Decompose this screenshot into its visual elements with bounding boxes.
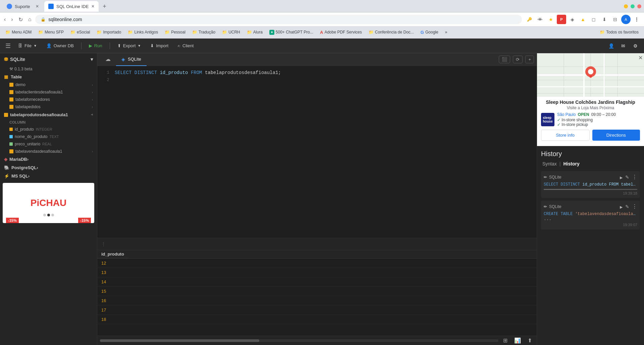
- sidebar-table-fornecedores[interactable]: tabelafornecedores ›: [0, 96, 97, 103]
- bookmark-alura[interactable]: 📁 Alura: [244, 28, 265, 36]
- history-tab[interactable]: History: [562, 160, 581, 167]
- back-button[interactable]: ‹: [3, 15, 7, 24]
- forward-button[interactable]: ›: [10, 15, 14, 24]
- maximize-button[interactable]: [631, 4, 635, 8]
- export-results-button[interactable]: ⬆: [526, 337, 534, 344]
- mariadb-label: MariaDB: [9, 157, 27, 162]
- owner-db-button[interactable]: 👤 Owner DB: [43, 41, 77, 50]
- more-button-1[interactable]: [632, 174, 637, 180]
- city-open: São Paulo OPEN 09:00 – 20:00: [557, 112, 640, 117]
- tab-sqlite[interactable]: ◈ SQLite: [116, 53, 147, 66]
- sql-editor[interactable]: 1 SELECT DISTINCT id_produto FROM tabela…: [97, 66, 537, 238]
- extension-icon-1[interactable]: 🔑: [525, 15, 534, 24]
- extension-icon-4[interactable]: ◈: [568, 15, 577, 24]
- close-button[interactable]: [637, 4, 641, 8]
- settings-icon[interactable]: ⚙: [631, 41, 640, 51]
- sidebar-table-produtos[interactable]: tabelaprodutosdesafioaula1 ▾: [0, 111, 97, 119]
- bookmark-importado[interactable]: 📁 Importado: [94, 28, 124, 36]
- new-tab-button[interactable]: +: [100, 3, 109, 10]
- run-button[interactable]: ▶ Run: [86, 41, 106, 50]
- edit-button-1[interactable]: [625, 174, 629, 180]
- bookmark-links-antigos[interactable]: 📁 Links Antigos: [125, 28, 161, 36]
- mail-icon[interactable]: ✉: [619, 41, 628, 51]
- chart-button[interactable]: 📊: [512, 337, 523, 344]
- store-info-button[interactable]: Store info: [541, 130, 590, 141]
- sidebar-table-clientes[interactable]: tabelaclientesdesafioaula1 ›: [0, 88, 97, 96]
- more-button-2[interactable]: [632, 203, 637, 210]
- bookmark-chatgpt[interactable]: ✦ 500+ ChatGPT Pro...: [267, 28, 316, 36]
- reload-button[interactable]: ↻: [17, 15, 24, 24]
- extension-icon-2[interactable]: 👁: [535, 15, 545, 24]
- bookmark-star[interactable]: ★: [546, 15, 555, 24]
- ad-close-button[interactable]: ✕: [638, 55, 643, 61]
- sidebar-table-vendas[interactable]: tabelavendasdesafioaula1 ›: [0, 148, 97, 155]
- file-button[interactable]: 🗄 File ▼: [15, 41, 40, 50]
- mariadb-header[interactable]: ◈ MariaDB ›: [0, 155, 97, 163]
- sidebar-col-preco[interactable]: preco_unitario REAL: [0, 140, 97, 148]
- bookmark-google[interactable]: G Google: [418, 28, 441, 36]
- extension-google-drive[interactable]: ▲: [578, 15, 588, 24]
- sqlite-header[interactable]: ⛃ SQLite ▾: [0, 53, 97, 65]
- export-button[interactable]: ⬆ Export ▼: [114, 41, 144, 50]
- dot-2: [47, 214, 50, 216]
- mariadb-icon: ◈: [4, 157, 7, 162]
- results-body[interactable]: 12 13 14 15 16 17: [97, 259, 537, 342]
- postgresql-header[interactable]: 🐘 PostgreSQL ›: [0, 163, 97, 172]
- postgres-chevron[interactable]: ›: [37, 165, 38, 170]
- sidebar-table-demo[interactable]: demo ›: [0, 81, 97, 88]
- tab-sql-close[interactable]: ✕: [91, 4, 95, 9]
- editor-action-1[interactable]: ⬛: [499, 56, 510, 63]
- extension-icon-3[interactable]: P: [557, 15, 566, 24]
- mariadb-chevron[interactable]: ›: [27, 157, 29, 162]
- import-button[interactable]: ⬇ Import: [147, 41, 172, 50]
- client-button[interactable]: ⟈ Client: [174, 41, 197, 50]
- bookmark-adobe[interactable]: A Adobe PDF Services: [317, 28, 365, 36]
- hamburger-menu[interactable]: ☰: [4, 41, 12, 51]
- sidebar-col-nome-produto[interactable]: nome_do_produto TEXT: [0, 133, 97, 140]
- ad-info-row: sleephouse São Paulo OPEN 09:00 – 20:00 …: [541, 112, 640, 127]
- col-icon-int: [9, 128, 13, 131]
- bookmark-conferencia[interactable]: 📁 Conferência de Doc...: [366, 28, 417, 36]
- bookmark-menu-sfp[interactable]: 📁 Menu SFP: [36, 28, 66, 36]
- bookmark-more[interactable]: »: [442, 28, 450, 36]
- tab-sql-ide[interactable]: SQL OnLine IDE ✕: [44, 1, 99, 12]
- bookmark-ucrh[interactable]: 📁 UCRH: [219, 28, 243, 36]
- editor-action-3[interactable]: +: [525, 56, 534, 63]
- table-chevron: ›: [92, 150, 93, 153]
- sidebar-table-pedidos[interactable]: tabelapedidos ›: [0, 103, 97, 111]
- sqlite-db-icon: ⛃: [4, 57, 8, 62]
- user-icon[interactable]: 👤: [606, 41, 616, 51]
- address-bar[interactable]: 🔒 sqliteonline.com: [35, 15, 522, 24]
- horizontal-scrollbar[interactable]: [100, 339, 498, 342]
- sqlite-chevron[interactable]: ▾: [91, 57, 93, 62]
- editor-action-2[interactable]: ⟳: [513, 56, 523, 63]
- bookmark-esocial[interactable]: 📁 eSocial: [68, 28, 93, 36]
- mssql-header[interactable]: ⚡ MS SQL ›: [0, 172, 97, 180]
- home-button[interactable]: ⌂: [27, 15, 33, 24]
- minimize-button[interactable]: [624, 4, 628, 8]
- mssql-icon: ⚡: [4, 174, 9, 179]
- bookmark-menu-adm[interactable]: 📁 Menu ADM: [3, 28, 34, 36]
- play-button-2[interactable]: [620, 203, 623, 210]
- drag-handle[interactable]: ⋮: [101, 242, 106, 247]
- syntax-tab[interactable]: Syntax: [541, 160, 558, 167]
- tab-suporte[interactable]: Suporte ✕: [3, 1, 43, 12]
- sidebar-col-id-produto[interactable]: id_produto INTEGER: [0, 126, 97, 133]
- sidebar-toggle[interactable]: ⊟: [610, 15, 620, 24]
- grid-view-button[interactable]: ⊞: [501, 337, 509, 344]
- tab-suporte-close[interactable]: ✕: [36, 4, 39, 9]
- bookmark-pessoal[interactable]: 📁 Pessoal: [162, 28, 188, 36]
- tab-cloud[interactable]: ☁: [100, 53, 116, 66]
- table-section-header[interactable]: ▦ Table: [0, 73, 97, 81]
- download-icon[interactable]: ⬇: [600, 15, 609, 24]
- play-button-1[interactable]: [620, 174, 623, 180]
- edit-button-2[interactable]: [625, 203, 629, 210]
- bookmark-favorites[interactable]: 📁 Todos os favoritos: [597, 28, 641, 36]
- bookmark-traducao[interactable]: 📁 Tradução: [190, 28, 218, 36]
- extension-icon-5[interactable]: ◻: [589, 15, 598, 24]
- folder-icon: 📁: [369, 30, 374, 34]
- menu-dots[interactable]: ⋮: [632, 15, 641, 24]
- mssql-chevron[interactable]: ›: [28, 174, 30, 179]
- profile-icon[interactable]: A: [621, 15, 631, 24]
- directions-button[interactable]: Directions: [592, 130, 640, 141]
